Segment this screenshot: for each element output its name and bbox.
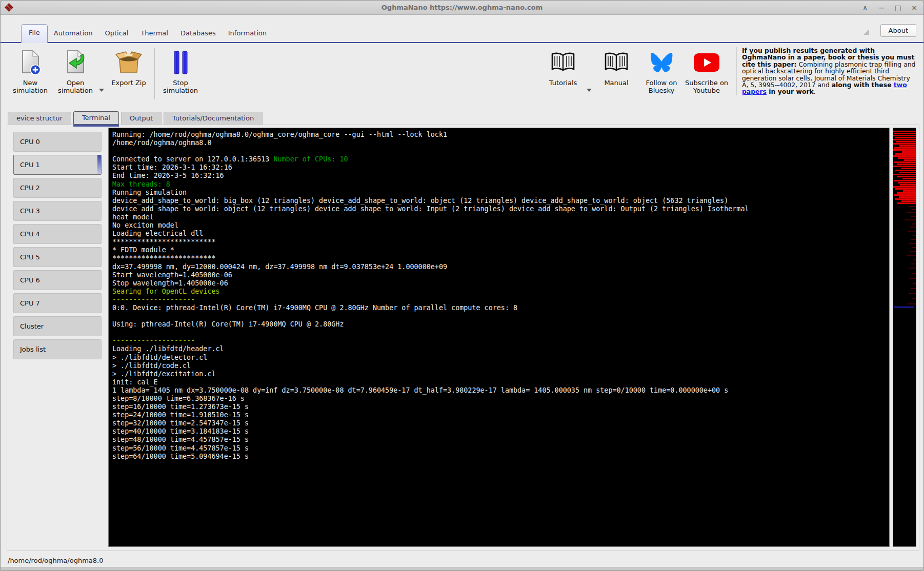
tutorials-button[interactable]: Tutorials: [540, 48, 586, 87]
terminal-line: > ./libfdtd/code.cl: [112, 362, 889, 370]
terminal-line: Start time: 2026-3-1 16:32:16: [112, 164, 889, 172]
minimap-streak: [912, 223, 916, 225]
terminal-line: --------------------: [112, 296, 889, 304]
sidebar-item-cpu-2[interactable]: CPU 2: [13, 178, 102, 198]
sidebar-item-cpu-6[interactable]: CPU 6: [13, 270, 102, 290]
tutorials-book-icon: [551, 52, 575, 73]
terminal-line: No exciton model: [112, 221, 889, 230]
terminal-line: 1 lambda= 1405 nm dx=3.750000e-08 dy=inf…: [112, 386, 889, 395]
minimap-streak: [908, 231, 916, 232]
statusbar: /home/rod/oghma/oghma8.0: [1, 553, 923, 568]
tutorials-dropdown-arrow[interactable]: [587, 89, 592, 92]
titlebar: OghmaNano https://www.oghma-nano.com ∧ −…: [1, 1, 923, 15]
minimap-activity-bar: [895, 170, 916, 171]
minimap-activity-bar: [901, 168, 916, 169]
subscribe-youtube-button[interactable]: Subscribe on Youtube: [684, 48, 729, 94]
terminal-line: step=32/10000 time=2.547347e-15 s: [112, 419, 889, 427]
minimap-streak: [907, 212, 916, 213]
terminal-line: step=64/10000 time=5.094694e-15 s: [112, 453, 889, 461]
sidebar-item-cluster[interactable]: Cluster: [13, 316, 102, 336]
minimap-activity-bar: [895, 153, 916, 155]
doc-tab-output[interactable]: Output: [121, 112, 162, 125]
minimap-streak: [905, 219, 916, 220]
terminal-line: step=8/10000 time=6.368367e-16 s: [112, 395, 889, 403]
export-zip-label: Export Zip: [111, 79, 146, 87]
tutorials-label: Tutorials: [549, 79, 577, 87]
sidebar-item-cpu-3[interactable]: CPU 3: [13, 201, 102, 221]
sidebar-item-cpu-1[interactable]: CPU 1: [13, 155, 102, 175]
terminal-line: --------------------: [112, 337, 889, 345]
menu-tab-file[interactable]: File: [21, 24, 48, 43]
terminal-line: [112, 329, 889, 337]
terminal-line: Start wavelength=1.405000e-06: [112, 271, 889, 279]
shade-button[interactable]: ∧: [861, 4, 869, 11]
menu-tab-automation[interactable]: Automation: [48, 25, 99, 43]
subscribe-youtube-label: Subscribe on Youtube: [684, 79, 729, 94]
new-simulation-button[interactable]: New simulation: [8, 48, 53, 94]
minimap-activity-bar: [895, 137, 916, 138]
sidebar-item-cpu-0[interactable]: CPU 0: [13, 132, 102, 152]
close-button[interactable]: ×: [910, 4, 918, 11]
minimap-activity-bar: [900, 184, 916, 186]
terminal-line: End time: 2026-3-5 16:32:16: [112, 172, 889, 180]
terminal-line: * FDTD module *: [112, 246, 889, 254]
minimap-streak: [911, 216, 916, 217]
minimap-activity-bar: [899, 145, 916, 147]
cpu-activity-minimap[interactable]: [893, 128, 916, 547]
manual-book-icon: [604, 52, 629, 73]
sidebar-item-cpu-5[interactable]: CPU 5: [13, 247, 102, 267]
minimap-streak: [913, 283, 916, 284]
terminal-line: Loading ./libfdtd/header.cl: [112, 345, 889, 353]
open-simulation-button[interactable]: Open simulation: [53, 48, 98, 94]
terminal-line: *************************: [112, 238, 889, 246]
menu-tab-optical[interactable]: Optical: [98, 25, 134, 43]
minimap-activity-bar: [903, 190, 916, 192]
export-zip-button[interactable]: Export Zip: [106, 48, 151, 87]
sidebar-item-cpu-7[interactable]: CPU 7: [13, 293, 102, 313]
youtube-play-icon: [694, 53, 719, 72]
about-button[interactable]: About: [880, 24, 916, 37]
doc-tab-tutorials-documentation[interactable]: Tutorials/Documentation: [164, 112, 263, 125]
minimap-activity-bar: [894, 147, 916, 149]
minimap-activity-bar: [898, 157, 916, 159]
follow-bluesky-button[interactable]: Follow on Bluesky: [639, 48, 684, 94]
minimap-streak: [913, 259, 916, 260]
manual-button[interactable]: Manual: [594, 48, 639, 87]
document-tabs: evice structurTerminalOutputTutorials/Do…: [8, 111, 263, 125]
sidebar-item-cpu-4[interactable]: CPU 4: [13, 224, 102, 244]
minimap-streak: [911, 263, 916, 264]
terminal-line: [112, 312, 889, 320]
open-simulation-dropdown-arrow[interactable]: [99, 89, 104, 92]
menu-tab-thermal[interactable]: Thermal: [134, 25, 174, 43]
terminal-line: Searing for OpenCL devices: [112, 288, 889, 296]
follow-bluesky-label: Follow on Bluesky: [640, 79, 683, 94]
minimap-activity-bar: [893, 174, 916, 175]
terminal-line: 0:0. Device: pthread-Intel(R) Core(TM) i…: [112, 304, 889, 312]
app-logo-icon: [5, 3, 13, 12]
terminal-line: device_add_shape_to_world: big_box (12 t…: [112, 197, 889, 205]
stop-simulation-button[interactable]: Stop simulation: [158, 48, 203, 94]
menu-tab-databases[interactable]: Databases: [174, 25, 222, 43]
minimap-streak: [910, 278, 916, 279]
minimap-streak: [912, 273, 916, 274]
doc-tab-terminal[interactable]: Terminal: [73, 111, 119, 125]
menubar: FileAutomationOpticalThermalDatabasesInf…: [1, 15, 923, 43]
minimap-activity-bar: [898, 182, 916, 183]
minimap-streak: [909, 268, 916, 269]
minimap-activity-bar: [897, 176, 916, 177]
doc-tab-evice-structur[interactable]: evice structur: [8, 112, 71, 125]
menu-tabs: FileAutomationOpticalThermalDatabasesInf…: [21, 24, 273, 43]
minimap-streak: [909, 293, 916, 294]
minimize-button[interactable]: −: [877, 4, 886, 11]
minimap-position-line: [894, 307, 914, 308]
terminal-line: heat model: [112, 213, 889, 221]
minimap-streak: [911, 239, 916, 240]
sidebar-item-jobs-list[interactable]: Jobs list: [13, 339, 102, 359]
terminal-line: dx=37.499998 nm, dy=12000.000424 nm, dz=…: [112, 263, 889, 271]
minimap-streak: [907, 255, 916, 256]
maximize-button[interactable]: □: [894, 4, 902, 11]
terminal-output[interactable]: Running: /home/rod/oghma/oghma8.0/oghma_…: [108, 128, 890, 547]
terminal-line: Stop wavelength=1.405000e-06: [112, 279, 889, 288]
terminal-line: [112, 147, 889, 155]
menu-tab-information[interactable]: Information: [222, 25, 273, 43]
